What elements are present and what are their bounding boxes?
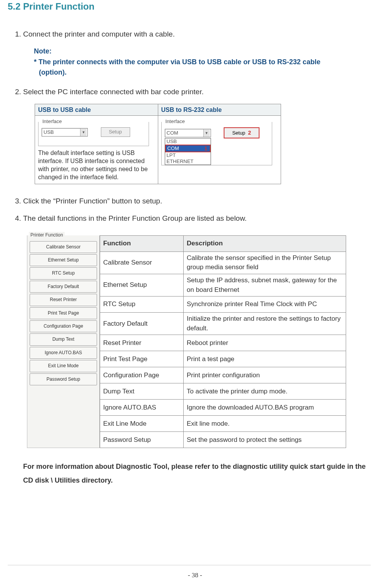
step-4-text: The detail functions in the Printer Func… <box>23 214 247 222</box>
func-name: Calibrate Sensor <box>100 252 184 274</box>
table-row: Dump TextTo activate the printer dump mo… <box>100 383 346 400</box>
func-desc: Print printer configuration <box>184 367 346 383</box>
interface-combo-options[interactable]: USB COM 1 LPT ETHERNET <box>165 138 211 165</box>
interface-combo-usb[interactable]: USB <box>42 128 88 137</box>
page-rule <box>8 565 371 565</box>
step-3-text: Click the “Printer Function” button to s… <box>23 197 162 205</box>
func-name: Print Test Page <box>100 351 184 367</box>
interface-group-label: Interface <box>164 118 187 125</box>
callout-2: 2 <box>248 130 251 136</box>
func-desc: Exit line mode. <box>184 416 346 432</box>
func-desc: To activate the printer dump mode. <box>184 383 346 400</box>
table-row: RTC SetupSynchronize printer Real Time C… <box>100 296 346 313</box>
setup-button-label: Setup <box>232 130 245 136</box>
func-name: Configuration Page <box>100 367 184 383</box>
btn-calibrate-sensor[interactable]: Calibrate Sensor <box>30 241 97 253</box>
table-row: Factory DefaultInitialize the printer an… <box>100 313 346 335</box>
setup-button-disabled: Setup <box>101 127 130 137</box>
btn-exit-line-mode[interactable]: Exit Line Mode <box>30 360 97 372</box>
table-row: Password SetupSet the password to protec… <box>100 432 346 448</box>
note-line-2: (option). <box>34 67 371 77</box>
table-row: Ignore AUTO.BASIgnore the downloaded AUT… <box>100 400 346 416</box>
table-row: Calibrate SensorCalibrate the sensor spe… <box>100 252 346 274</box>
func-name: Ethernet Setup <box>100 274 184 296</box>
note-block: Note: * The printer connects with the co… <box>34 46 371 77</box>
func-desc: Synchronize printer Real Time Clock with… <box>184 296 346 313</box>
iface-col2-header: USB to RS-232 cable <box>158 104 281 116</box>
printer-function-panel: Printer Function Calibrate Sensor Ethern… <box>27 235 100 448</box>
btn-ethernet-setup[interactable]: Ethernet Setup <box>30 254 97 266</box>
combo-option-com[interactable]: COM 1 <box>165 145 211 152</box>
interface-groupbox-com: Interface COM Setup 2 USB COM 1 <box>161 122 272 165</box>
func-desc: Set the password to protect the settings <box>184 432 346 448</box>
function-description-table: Function Description Calibrate SensorCal… <box>100 235 346 448</box>
btn-configuration-page[interactable]: Configuration Page <box>30 320 97 332</box>
btn-print-test-page[interactable]: Print Test Page <box>30 307 97 319</box>
func-header-description: Description <box>184 235 346 252</box>
func-desc: Reboot printer <box>184 335 346 351</box>
table-row: Reset PrinterReboot printer <box>100 335 346 351</box>
note-label: Note: <box>34 46 371 56</box>
section-heading: 5.2 Printer Function <box>8 0 371 13</box>
setup-button-active[interactable]: Setup 2 <box>224 127 259 138</box>
footer-note: For more information about Diagnostic To… <box>23 460 371 487</box>
func-desc: Setup the IP address, subnet mask, gatew… <box>184 274 346 296</box>
btn-reset-printer[interactable]: Reset Printer <box>30 294 97 306</box>
interface-groupbox-usb: Interface USB Setup <box>38 122 149 146</box>
step-1-text: Connect the printer and computer with a … <box>23 30 175 38</box>
func-desc: Print a test page <box>184 351 346 367</box>
step-1: Connect the printer and computer with a … <box>23 29 371 77</box>
usb-default-note: The default interface setting is USB int… <box>38 149 155 181</box>
table-row: Ethernet SetupSetup the IP address, subn… <box>100 274 346 296</box>
func-name: RTC Setup <box>100 296 184 313</box>
iface-col2-cell: Interface COM Setup 2 USB COM 1 <box>158 116 281 184</box>
func-desc: Calibrate the sensor specified in the Pr… <box>184 252 346 274</box>
step-list: Connect the printer and computer with a … <box>23 29 371 224</box>
panel-legend: Printer Function <box>29 232 65 238</box>
step-2: Select the PC interface connected with b… <box>23 87 371 184</box>
interface-group-label: Interface <box>41 118 64 125</box>
step-2-text: Select the PC interface connected with b… <box>23 88 204 96</box>
btn-dump-text[interactable]: Dump Text <box>30 333 97 345</box>
btn-password-setup[interactable]: Password Setup <box>30 373 97 385</box>
func-desc: Ignore the downloaded AUTO.BAS program <box>184 400 346 416</box>
page-number: 38 <box>0 571 390 580</box>
func-name: Dump Text <box>100 383 184 400</box>
func-header-function: Function <box>100 235 184 252</box>
interface-comparison-table: USB to USB cable USB to RS-232 cable Int… <box>35 104 281 184</box>
func-name: Factory Default <box>100 313 184 335</box>
table-row: Configuration PagePrint printer configur… <box>100 367 346 383</box>
combo-option-lpt[interactable]: LPT <box>165 152 211 158</box>
iface-col1-header: USB to USB cable <box>35 104 158 116</box>
btn-factory-default[interactable]: Factory Default <box>30 281 97 293</box>
func-name: Ignore AUTO.BAS <box>100 400 184 416</box>
btn-ignore-autobas[interactable]: Ignore AUTO.BAS <box>30 347 97 359</box>
step-3: Click the “Printer Function” button to s… <box>23 196 371 207</box>
note-line-1: * The printer connects with the computer… <box>34 57 371 67</box>
table-row: Print Test PagePrint a test page <box>100 351 346 367</box>
func-name: Exit Line Mode <box>100 416 184 432</box>
iface-col1-cell: Interface USB Setup The default interfac… <box>35 116 158 184</box>
func-name: Password Setup <box>100 432 184 448</box>
func-name: Reset Printer <box>100 335 184 351</box>
interface-combo-com[interactable]: COM <box>165 129 211 137</box>
step-4: The detail functions in the Printer Func… <box>23 213 371 224</box>
btn-rtc-setup[interactable]: RTC Setup <box>30 267 97 279</box>
combo-option-usb[interactable]: USB <box>165 138 211 145</box>
table-row: Exit Line ModeExit line mode. <box>100 416 346 432</box>
callout-1: 1 <box>204 145 208 152</box>
combo-option-ethernet[interactable]: ETHERNET <box>165 158 211 165</box>
combo-option-com-label: COM <box>167 145 179 151</box>
func-desc: Initialize the printer and restore the s… <box>184 313 346 335</box>
